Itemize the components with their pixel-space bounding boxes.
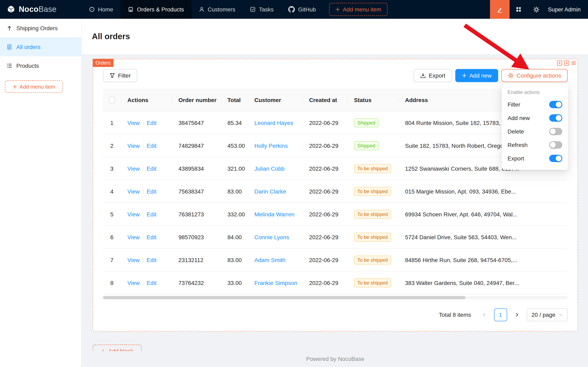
customer-link[interactable]: Melinda Warren (254, 211, 295, 217)
nav-tasks[interactable]: Tasks (243, 0, 281, 19)
add-block-square-icon[interactable] (556, 60, 562, 66)
prev-page-button[interactable] (478, 308, 491, 321)
created-at-cell: 2022-06-29 (302, 142, 347, 149)
customer-link[interactable]: Darin Clarke (254, 188, 286, 194)
sidebar-item-all-orders[interactable]: All orders (0, 38, 81, 56)
enable-action-delete[interactable]: Delete (507, 125, 563, 138)
sidebar-item-products[interactable]: Products (0, 56, 81, 75)
sidebar-item-shipping-orders[interactable]: Shipping Orders (0, 19, 81, 38)
edit-link[interactable]: Edit (147, 188, 156, 194)
order-number-cell: 74829847 (172, 142, 221, 149)
logo-text: NocoBase (19, 5, 57, 14)
nav-orders-products-label: Orders & Products (137, 6, 184, 13)
plus-icon (101, 349, 106, 351)
customer-link[interactable]: Frankie Simpson (254, 279, 297, 286)
customer-link[interactable]: Julian Cobb (254, 165, 285, 172)
table-row: 1 ViewEdit 38475647 85.34 Leonard Hayes … (103, 111, 568, 134)
enable-action-filter[interactable]: Filter (507, 98, 563, 111)
row-index: 6 (103, 234, 121, 240)
view-link[interactable]: View (127, 234, 140, 240)
next-page-button[interactable] (510, 308, 523, 321)
edit-link[interactable]: Edit (147, 279, 156, 286)
nav-orders-products[interactable]: Orders & Products (121, 0, 191, 19)
add-block-button[interactable]: Add block (93, 344, 142, 351)
edit-link[interactable]: Edit (147, 119, 156, 126)
address-cell: 84856 Hirthe Run, Suite 268, 94754-6705,… (399, 257, 568, 263)
delete-toggle[interactable] (549, 128, 562, 135)
nav-customers[interactable]: Customers (191, 0, 243, 19)
customer-link[interactable]: Adam Smith (254, 257, 286, 263)
ui-editor-button[interactable] (490, 0, 510, 19)
edit-link[interactable]: Edit (147, 211, 156, 217)
total-cell: 83.00 (221, 188, 248, 194)
plus-icon (462, 73, 467, 78)
col-created-at: Created at (302, 97, 347, 103)
home-icon (89, 7, 95, 12)
user-menu[interactable]: Super Admin (546, 0, 588, 19)
configure-actions-button[interactable]: Configure actions (501, 69, 568, 82)
created-at-cell: 2022-06-29 (302, 234, 347, 240)
horizontal-scrollbar-thumb[interactable] (103, 296, 465, 299)
page-header: All orders (82, 19, 588, 54)
row-index: 8 (103, 279, 121, 286)
edit-link[interactable]: Edit (147, 234, 156, 240)
enable-action-add-new[interactable]: Add new (507, 111, 563, 125)
grid-icon (516, 7, 521, 12)
sidebar-item-shipping-orders-label: Shipping Orders (16, 25, 58, 31)
main-nav: Home Orders & Products Customers Tasks (82, 0, 323, 19)
block-menu-icon[interactable] (571, 60, 576, 66)
customer-link[interactable]: Connie Lyons (254, 234, 289, 240)
nav-github[interactable]: GitHub (281, 0, 323, 19)
plugins-button[interactable] (510, 0, 528, 19)
col-select (103, 97, 121, 103)
view-link[interactable]: View (127, 165, 140, 172)
edit-link[interactable]: Edit (147, 165, 156, 172)
status-badge: Shipped (354, 141, 378, 150)
order-number-cell: 38475647 (172, 119, 221, 126)
page-size-select[interactable]: 20 / page (527, 308, 568, 321)
created-at-cell: 2022-06-29 (302, 165, 347, 172)
row-index: 4 (103, 188, 121, 194)
edit-link[interactable]: Edit (147, 257, 156, 263)
add-block-clip: Add block (93, 344, 578, 351)
add-new-toggle[interactable] (549, 114, 562, 121)
customer-link[interactable]: Leonard Hayes (254, 119, 293, 126)
view-link[interactable]: View (127, 211, 140, 217)
header-add-menu-item-button[interactable]: Add menu item (329, 3, 387, 16)
edit-link[interactable]: Edit (147, 142, 156, 149)
enable-actions-dropdown: Enable actions Filter Add new Delete (502, 84, 568, 170)
created-at-cell: 2022-06-29 (302, 188, 347, 194)
enable-action-refresh[interactable]: Refresh (507, 138, 563, 151)
view-link[interactable]: View (127, 119, 140, 126)
view-link[interactable]: View (127, 142, 140, 149)
enable-action-export[interactable]: Export (507, 151, 563, 165)
page-1-button[interactable]: 1 (494, 308, 507, 321)
add-block-square-icon-2[interactable] (563, 60, 569, 66)
view-link[interactable]: View (127, 257, 140, 263)
select-all-checkbox[interactable] (109, 97, 115, 103)
settings-button[interactable] (528, 0, 546, 19)
view-link[interactable]: View (127, 279, 140, 286)
table-row: 2 ViewEdit 74829847 453.00 Holly Perkins… (103, 134, 568, 157)
filter-toggle[interactable] (549, 101, 562, 108)
status-badge: To be shipped (354, 278, 391, 287)
refresh-toggle[interactable] (549, 141, 562, 148)
export-button[interactable]: Export (414, 69, 452, 82)
filter-button[interactable]: Filter (103, 69, 137, 82)
col-status: Status (347, 97, 399, 103)
created-at-cell: 2022-06-29 (302, 279, 347, 286)
sidebar-add-menu-item-button[interactable]: Add menu item (5, 80, 63, 93)
total-cell: 85.34 (221, 119, 248, 126)
export-toggle[interactable] (549, 155, 562, 162)
nocobase-app: NocoBase Home Orders & Products Customer… (0, 0, 588, 367)
sidebar-item-all-orders-label: All orders (16, 44, 41, 50)
order-number-cell: 98570923 (172, 234, 221, 240)
customer-link[interactable]: Holly Perkins (254, 142, 288, 149)
status-badge: To be shipped (354, 187, 391, 196)
add-new-button[interactable]: Add new (455, 69, 498, 82)
view-link[interactable]: View (127, 188, 140, 194)
orders-block: Orders Filter Export (93, 59, 578, 332)
table-row: 5 ViewEdit 76381273 332.00 Melinda Warre… (103, 203, 568, 226)
table-row: 7 ViewEdit 23132112 83.00 Adam Smith 202… (103, 249, 568, 271)
nav-home[interactable]: Home (82, 0, 121, 19)
